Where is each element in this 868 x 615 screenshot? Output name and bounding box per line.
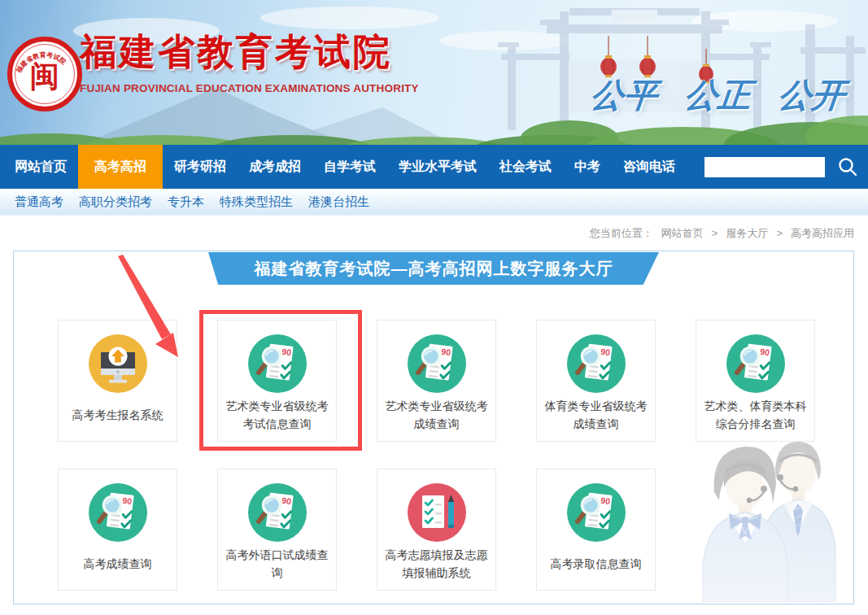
nav-item-4[interactable]: 自学考试	[312, 145, 387, 189]
service-card-label: 体育类专业省级统考成绩查询	[537, 395, 655, 441]
logo-seal-glyph: 闽	[30, 60, 59, 93]
service-card-label: 高考考生报名系统	[68, 395, 168, 441]
service-card-label: 艺术类、体育类本科综合分排名查询	[696, 395, 814, 441]
service-card-label: 艺术类专业省级统考考试信息查询	[218, 395, 336, 441]
svg-text:90: 90	[281, 347, 291, 357]
main-nav: 网站首页高考高招研考研招成考成招自学考试学业水平考试社会考试中考咨询电话	[0, 145, 868, 189]
service-card-5[interactable]: 90 高考成绩查询	[58, 469, 177, 591]
service-card-label: 高考志愿填报及志愿填报辅助系统	[377, 543, 495, 590]
site-title: 福建省教育考试院	[80, 28, 419, 76]
subnav-item-0[interactable]: 普通高考	[15, 194, 63, 210]
breadcrumb-item-2[interactable]: 高考高招应用	[791, 227, 854, 239]
site-title-en: FUJIAN PROVINCIAL EDUCATION EXAMINATIONS…	[80, 82, 419, 94]
nav-item-2[interactable]: 研考研招	[163, 145, 238, 189]
nav-item-8[interactable]: 咨询电话	[612, 145, 687, 189]
nav-items: 网站首页高考高招研考研招成考成招自学考试学业水平考试社会考试中考咨询电话	[3, 145, 687, 189]
svg-text:90: 90	[759, 347, 770, 357]
service-hall-banner: 福建省教育考试院—高考高招网上数字服务大厅	[208, 252, 659, 285]
service-card-7[interactable]: 高考志愿填报及志愿填报辅助系统	[377, 469, 496, 591]
service-card-2[interactable]: 90 艺术类专业省级统考成绩查询	[377, 320, 496, 442]
breadcrumb-item-0[interactable]: 网站首页	[661, 227, 704, 239]
service-card-0[interactable]: 高考考生报名系统	[58, 320, 177, 442]
svg-text:90: 90	[440, 347, 451, 357]
search-button[interactable]	[837, 156, 858, 177]
service-card-label: 高考外语口试成绩查询	[218, 543, 336, 590]
search-input[interactable]	[704, 157, 825, 177]
subnav-item-2[interactable]: 专升本	[168, 194, 204, 210]
form-fill-icon	[406, 482, 468, 543]
customer-service-illustration	[691, 435, 842, 602]
service-card-label: 高考录取信息查询	[547, 543, 646, 590]
subnav-item-3[interactable]: 特殊类型招生	[220, 194, 293, 210]
score-query-icon: 90	[246, 482, 308, 543]
nav-item-3[interactable]: 成考成招	[238, 145, 312, 189]
svg-text:90: 90	[600, 495, 610, 506]
service-card-1[interactable]: 90 艺术类专业省级统考考试信息查询	[217, 320, 337, 442]
score-query-icon: 90	[87, 482, 149, 543]
breadcrumb-prefix: 您当前位置：	[590, 226, 653, 241]
breadcrumb-separator: >	[712, 227, 718, 239]
score-query-icon: 90	[725, 333, 787, 395]
svg-text:90: 90	[600, 347, 610, 357]
nav-item-7[interactable]: 中考	[563, 145, 612, 189]
site-header: 福建省教育考试院 闽 福建省教育考试院 FUJIAN PROVINCIAL ED…	[0, 0, 868, 145]
score-query-icon: 90	[565, 482, 627, 543]
breadcrumb-item-1[interactable]: 服务大厅	[726, 227, 768, 239]
nav-item-1[interactable]: 高考高招	[78, 145, 163, 189]
nav-item-5[interactable]: 学业水平考试	[387, 145, 488, 189]
breadcrumb-separator: >	[776, 227, 783, 239]
service-card-4[interactable]: 90 艺术类、体育类本科综合分排名查询	[696, 320, 815, 442]
service-hall-panel: 福建省教育考试院—高考高招网上数字服务大厅	[13, 251, 854, 604]
nav-search-area	[704, 156, 858, 177]
breadcrumb-items: 网站首页>服务大厅>高考高招应用	[661, 226, 854, 241]
nav-item-6[interactable]: 社会考试	[488, 145, 563, 189]
search-icon	[837, 156, 858, 177]
sub-nav: 普通高考高职分类招考专升本特殊类型招生港澳台招生	[0, 189, 868, 216]
subnav-item-1[interactable]: 高职分类招考	[79, 194, 152, 210]
score-query-icon: 90	[565, 333, 627, 395]
subnav-item-4[interactable]: 港澳台招生	[308, 194, 369, 210]
breadcrumb: 您当前位置： 网站首页>服务大厅>高考高招应用	[0, 216, 868, 251]
service-card-label: 高考成绩查询	[80, 543, 156, 590]
service-card-8[interactable]: 90 高考录取信息查询	[536, 469, 656, 591]
monitor-upload-icon	[87, 333, 149, 395]
site-logo[interactable]: 福建省教育考试院 闽	[7, 37, 82, 111]
svg-text:90: 90	[121, 495, 132, 506]
service-card-label: 艺术类专业省级统考成绩查询	[377, 395, 495, 441]
score-query-icon: 90	[406, 333, 468, 395]
score-query-icon: 90	[246, 333, 308, 395]
service-card-3[interactable]: 90 体育类专业省级统考成绩查询	[536, 320, 656, 442]
service-card-6[interactable]: 90 高考外语口试成绩查询	[217, 469, 337, 591]
svg-text:90: 90	[281, 495, 291, 506]
nav-item-0[interactable]: 网站首页	[3, 145, 78, 189]
slogan-text: 公平 公正 公开	[588, 73, 848, 118]
brand-block: 福建省教育考试院 FUJIAN PROVINCIAL EDUCATION EXA…	[80, 28, 419, 94]
